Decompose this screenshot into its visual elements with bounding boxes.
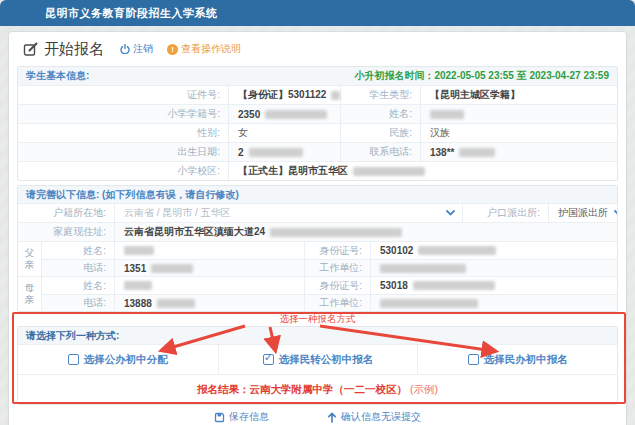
table-row: 小学校区: 【正式生】昆明市五华区: [18, 161, 617, 180]
phone-label: 联系电话:: [340, 143, 420, 161]
gender-label: 性别:: [18, 124, 228, 142]
cert-label: 证件号:: [18, 86, 228, 104]
complete-section-header: 请完善以下信息: (如下列信息有误，请自行修改): [18, 186, 617, 203]
main-card: 开始报名 注销 ! 查看操作说明 学生基本信息: 小升初报名时间：2022-05…: [8, 31, 627, 425]
registration-result-note: (示例): [410, 383, 438, 397]
name-label: 姓名:: [340, 105, 420, 123]
complete-info-table: 请完善以下信息: (如下列信息有误，请自行修改) 户籍所在地: 云南省 / 昆明…: [17, 185, 618, 312]
table-row: 性别: 女 民族: 汉族: [18, 123, 617, 142]
save-icon: [214, 412, 225, 423]
help-button[interactable]: ! 查看操作说明: [167, 42, 241, 56]
chevron-down-icon: [614, 210, 618, 216]
redacted-text: [249, 148, 303, 157]
home-address-label: 家庭现住址:: [18, 223, 114, 241]
enrollment-deadline: 小升初报名时间：2022-05-05 23:55 至 2023-04-27 23…: [354, 69, 609, 83]
redacted-text: [459, 148, 495, 157]
primary-school-id-label: 小学学籍号:: [18, 105, 228, 123]
father-info-group: 父亲 姓名: 身份证号: 530102 电话: 1351 工作单位:: [18, 241, 617, 276]
alert-circle-icon: !: [167, 44, 178, 55]
option-label: 选择民办初中报名: [484, 353, 568, 367]
redacted-text: [413, 281, 495, 290]
mother-id-field[interactable]: 53018: [370, 277, 617, 294]
checkbox-checked-icon[interactable]: [263, 354, 274, 365]
cert-value: 【身份证】5301122: [228, 86, 340, 104]
chevron-down-icon: [446, 210, 455, 216]
table-row: 家庭现住址: 云南省昆明市五华区滇缅大道24: [18, 222, 617, 241]
home-address-field[interactable]: 云南省昆明市五华区滇缅大道24: [114, 223, 617, 241]
student-info-table: 学生基本信息: 小升初报名时间：2022-05-05 23:55 至 2023-…: [17, 66, 618, 181]
mother-group-label: 母亲: [18, 277, 42, 311]
choice-section: 选择一种报名方式 请选择下列一种方式: 选择公办初中分配 选择民转公初中报名 选…: [17, 313, 618, 405]
checkbox-icon[interactable]: [468, 354, 479, 365]
checkbox-icon[interactable]: [68, 354, 79, 365]
student-section-header: 学生基本信息: 小升初报名时间：2022-05-05 23:55 至 2023-…: [18, 67, 617, 85]
mother-phone-label: 电话:: [42, 295, 114, 311]
mother-work-field[interactable]: [370, 295, 617, 311]
father-name-label: 姓名:: [42, 242, 114, 259]
campus-value: 【正式生】昆明市五华区: [228, 162, 617, 180]
redacted-text: [418, 246, 496, 255]
power-icon: [120, 44, 130, 54]
footer-actions: 保存信息 确认信息无误提交: [17, 410, 618, 424]
ethnicity-label: 民族:: [340, 124, 420, 142]
name-value: [420, 105, 617, 123]
gender-value: 女: [228, 124, 340, 142]
redacted-text: [124, 281, 152, 290]
phone-value: 138**: [420, 143, 617, 161]
police-station-label: 户口派出所:: [462, 204, 548, 222]
campus-label: 小学校区:: [18, 162, 228, 180]
father-phone-label: 电话:: [42, 260, 114, 276]
annotation-choose-method: 选择一种报名方式: [17, 313, 618, 326]
redacted-text: [380, 264, 466, 273]
primary-school-id-value: 2350: [228, 105, 340, 123]
submit-button[interactable]: 确认信息无误提交: [327, 410, 421, 424]
father-id-field[interactable]: 530102: [370, 242, 617, 259]
logout-button[interactable]: 注销: [120, 42, 153, 56]
arrow-up-icon: [327, 412, 337, 423]
police-station-select[interactable]: 护国派出所: [548, 204, 617, 222]
father-group-label: 父亲: [18, 242, 42, 276]
table-row: 电话: 1351 工作单位:: [42, 259, 617, 276]
registration-result-row: 报名结果：云南大学附属中学（一二一校区） (示例): [18, 374, 617, 404]
father-work-field[interactable]: [370, 260, 617, 276]
mother-phone-field[interactable]: 13888: [114, 295, 304, 311]
table-row: 户籍所在地: 云南省 / 昆明市 / 五华区 户口派出所: 护国派出所: [18, 203, 617, 222]
student-type-label: 学生类型:: [340, 86, 420, 104]
redacted-text: [353, 167, 425, 176]
option-public-school-allocation[interactable]: 选择公办初中分配: [18, 345, 218, 374]
edit-icon: [23, 42, 38, 57]
redacted-text: [265, 110, 327, 119]
table-row: 姓名: 身份证号: 530102: [42, 242, 617, 259]
mother-name-field[interactable]: [114, 277, 304, 294]
topbar: 昆明市义务教育阶段招生入学系统: [0, 0, 635, 26]
save-label: 保存信息: [229, 410, 269, 424]
father-name-field[interactable]: [114, 242, 304, 259]
choice-options-row: 选择公办初中分配 选择民转公初中报名 选择民办初中报名: [18, 344, 617, 374]
redacted-text: [151, 264, 193, 273]
redacted-text: [430, 110, 464, 119]
father-phone-field[interactable]: 1351: [114, 260, 304, 276]
hukou-select[interactable]: 云南省 / 昆明市 / 五华区: [114, 204, 462, 222]
choice-table: 请选择下列一种方式: 选择公办初中分配 选择民转公初中报名 选择民办初中报名 报…: [17, 326, 618, 405]
save-button[interactable]: 保存信息: [214, 410, 269, 424]
student-type-value: 【昆明主城区学籍】: [420, 86, 617, 104]
mother-work-label: 工作单位:: [304, 295, 370, 311]
birthdate-value: 2: [228, 143, 340, 161]
table-row: 出生日期: 2 联系电话: 138**: [18, 142, 617, 161]
option-private-school[interactable]: 选择民办初中报名: [417, 345, 617, 374]
app-title: 昆明市义务教育阶段招生入学系统: [0, 6, 218, 21]
redacted-text: [124, 246, 154, 255]
hukou-label: 户籍所在地:: [18, 204, 114, 222]
redacted-text: [331, 91, 340, 100]
mother-info-group: 母亲 姓名: 身份证号: 53018 电话: 13888 工作单位:: [18, 276, 617, 311]
table-row: 小学学籍号: 2350 姓名:: [18, 104, 617, 123]
ethnicity-value: 汉族: [420, 124, 617, 142]
page: { "topbar": { "title": "昆明市义务教育阶段招生入学系统"…: [0, 0, 635, 425]
table-row: 电话: 13888 工作单位:: [42, 294, 617, 311]
table-row: 证件号: 【身份证】5301122 学生类型: 【昆明主城区学籍】: [18, 85, 617, 104]
option-private-to-public-school[interactable]: 选择民转公初中报名: [218, 345, 418, 374]
help-label: 查看操作说明: [181, 42, 241, 56]
title-bar: 开始报名 注销 ! 查看操作说明: [17, 32, 618, 66]
redacted-text: [270, 228, 402, 237]
father-work-label: 工作单位:: [304, 260, 370, 276]
